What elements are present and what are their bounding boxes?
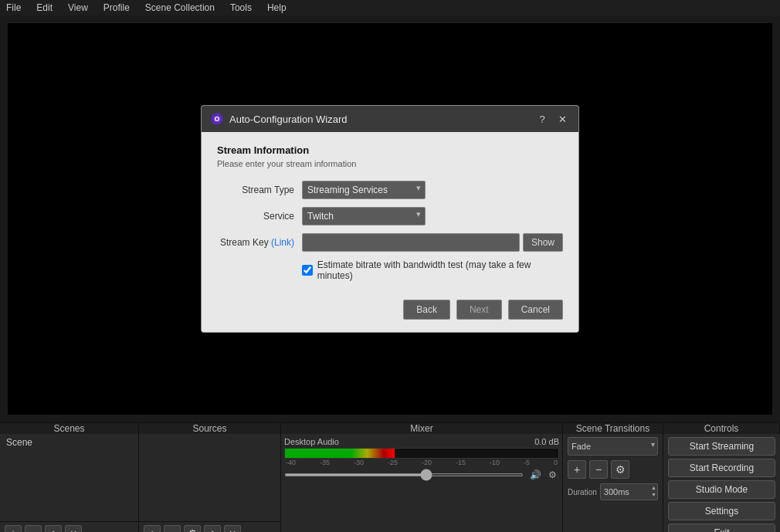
- add-source-button[interactable]: +: [144, 525, 161, 532]
- dialog-help-button[interactable]: ?: [535, 112, 549, 126]
- service-label: Service: [217, 211, 294, 222]
- mixer-icons: 🔊 ⚙: [528, 468, 559, 482]
- transitions-panel-header: Scene Transitions: [563, 423, 663, 434]
- duration-arrows: ▲ ▼: [651, 484, 656, 498]
- mute-button[interactable]: 🔊: [528, 468, 542, 482]
- remove-scene-button[interactable]: −: [25, 525, 42, 532]
- transition-settings-button[interactable]: ⚙: [611, 460, 629, 479]
- main-area: O Auto-Configuration Wizard ? ✕ Stream I…: [0, 15, 780, 422]
- mixer-db-value: 0.0 dB: [534, 437, 559, 446]
- volume-fill: [285, 449, 395, 458]
- dialog-titlebar: O Auto-Configuration Wizard ? ✕: [202, 106, 578, 132]
- panel-content: Scene + − ∧ ∨ + − ⚙ ∧ ∨ Desktop Audio: [0, 434, 780, 532]
- service-select-wrapper: Twitch: [302, 207, 426, 225]
- obs-icon: O: [211, 113, 223, 125]
- show-key-button[interactable]: Show: [523, 233, 563, 252]
- add-scene-button[interactable]: +: [5, 525, 22, 532]
- sources-panel: + − ⚙ ∧ ∨: [139, 434, 281, 532]
- settings-button[interactable]: Settings: [668, 502, 775, 520]
- bandwidth-test-label: Estimate bitrate with bandwidth test (ma…: [317, 259, 563, 281]
- transition-select-wrapper: Fade: [568, 437, 658, 456]
- sources-toolbar: + − ⚙ ∧ ∨: [139, 521, 280, 532]
- source-down-button[interactable]: ∨: [224, 525, 241, 532]
- mixer-settings-button[interactable]: ⚙: [545, 468, 559, 482]
- mixer-panel: Desktop Audio 0.0 dB -40 -35 -30 -25 -20…: [281, 434, 563, 532]
- modal-overlay: O Auto-Configuration Wizard ? ✕ Stream I…: [0, 15, 780, 422]
- mixer-controls: 🔊 ⚙: [284, 468, 559, 482]
- dialog-title-left: O Auto-Configuration Wizard: [211, 113, 347, 125]
- controls-panel: Start Streaming Start Recording Studio M…: [663, 434, 780, 532]
- duration-input-wrapper: ▲ ▼: [600, 483, 658, 500]
- menu-edit[interactable]: Edit: [33, 1, 56, 15]
- panel-headers: Scenes Sources Mixer Scene Transitions C…: [0, 422, 780, 434]
- exit-button[interactable]: Exit: [668, 524, 775, 532]
- controls-panel-header: Controls: [663, 423, 780, 434]
- bottom-panel: Scenes Sources Mixer Scene Transitions C…: [0, 422, 780, 532]
- dialog-close-button[interactable]: ✕: [555, 112, 569, 126]
- scenes-panel: Scene + − ∧ ∨: [0, 434, 139, 532]
- stream-type-row: Stream Type Streaming Services: [217, 181, 563, 199]
- source-settings-button[interactable]: ⚙: [184, 525, 201, 532]
- bandwidth-test-row: Estimate bitrate with bandwidth test (ma…: [302, 259, 563, 281]
- remove-source-button[interactable]: −: [164, 525, 181, 532]
- menu-scene-collection[interactable]: Scene Collection: [142, 1, 218, 15]
- stream-type-select[interactable]: Streaming Services: [302, 181, 426, 199]
- menu-view[interactable]: View: [65, 1, 91, 15]
- dialog-buttons: Back Next Cancel: [217, 293, 563, 323]
- mixer-panel-header: Mixer: [281, 423, 563, 434]
- back-button[interactable]: Back: [403, 300, 450, 320]
- meter-ticks: -40 -35 -30 -25 -20 -15 -10 -5 0: [284, 459, 559, 466]
- stream-key-row: Stream Key (Link) Show: [217, 233, 563, 252]
- scene-down-button[interactable]: ∨: [65, 525, 82, 532]
- stream-key-label: Stream Key (Link): [217, 237, 294, 248]
- scene-item[interactable]: Scene: [0, 434, 138, 451]
- stream-type-select-wrapper: Streaming Services: [302, 181, 426, 199]
- mixer-track: Desktop Audio 0.0 dB -40 -35 -30 -25 -20…: [284, 437, 559, 482]
- service-row: Service Twitch: [217, 207, 563, 225]
- duration-input[interactable]: [600, 483, 658, 500]
- menu-bar: File Edit View Profile Scene Collection …: [0, 0, 780, 15]
- mixer-track-header: Desktop Audio 0.0 dB: [284, 437, 559, 446]
- next-button[interactable]: Next: [456, 300, 502, 320]
- sources-panel-header: Sources: [139, 423, 281, 434]
- auto-config-dialog: O Auto-Configuration Wizard ? ✕ Stream I…: [201, 105, 579, 333]
- transitions-panel: Fade + − ⚙ Duration ▲ ▼: [563, 434, 663, 532]
- stream-key-input[interactable]: [302, 233, 520, 252]
- scenes-toolbar: + − ∧ ∨: [0, 521, 138, 532]
- remove-transition-button[interactable]: −: [589, 460, 608, 479]
- cancel-button[interactable]: Cancel: [508, 300, 563, 320]
- menu-tools[interactable]: Tools: [227, 1, 255, 15]
- scene-up-button[interactable]: ∧: [45, 525, 62, 532]
- menu-help[interactable]: Help: [264, 1, 290, 15]
- dialog-title: Auto-Configuration Wizard: [229, 114, 347, 125]
- transition-toolbar: + − ⚙: [568, 460, 658, 479]
- menu-file[interactable]: File: [3, 1, 24, 15]
- volume-slider[interactable]: [284, 473, 524, 476]
- titlebar-actions: ? ✕: [535, 112, 569, 126]
- stream-type-label: Stream Type: [217, 185, 294, 195]
- duration-up-arrow[interactable]: ▲: [651, 484, 656, 491]
- dialog-body: Stream Information Please enter your str…: [202, 132, 578, 332]
- stream-key-link[interactable]: (Link): [271, 237, 294, 248]
- duration-down-arrow[interactable]: ▼: [651, 491, 656, 498]
- start-streaming-button[interactable]: Start Streaming: [668, 437, 775, 456]
- bandwidth-test-checkbox[interactable]: [302, 265, 313, 276]
- service-select[interactable]: Twitch: [302, 207, 426, 225]
- menu-profile[interactable]: Profile: [100, 1, 133, 15]
- duration-label: Duration: [568, 488, 597, 496]
- source-up-button[interactable]: ∧: [204, 525, 221, 532]
- add-transition-button[interactable]: +: [568, 460, 586, 479]
- scenes-panel-header: Scenes: [0, 423, 139, 434]
- duration-row: Duration ▲ ▼: [568, 483, 658, 500]
- mixer-track-name: Desktop Audio: [284, 437, 339, 446]
- start-recording-button[interactable]: Start Recording: [668, 459, 775, 477]
- transition-select[interactable]: Fade: [568, 437, 658, 456]
- section-title: Stream Information: [217, 144, 563, 156]
- section-subtitle: Please enter your stream information: [217, 159, 563, 168]
- volume-meter: [284, 448, 559, 459]
- studio-mode-button[interactable]: Studio Mode: [668, 480, 775, 499]
